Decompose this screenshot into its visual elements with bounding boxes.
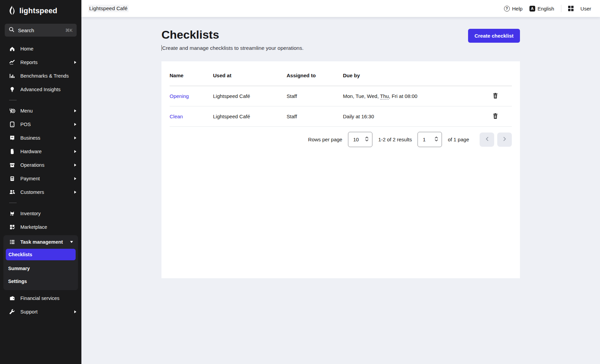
sidebar-subitem-summary[interactable]: Summary (3, 262, 78, 275)
search-input[interactable]: Search ⌘K (5, 24, 77, 37)
sidebar-item-benchmarks-trends[interactable]: Benchmarks & Trends (0, 69, 81, 83)
hardware-icon (9, 148, 15, 155)
previous-page-button[interactable] (480, 133, 494, 147)
column-header-due-by: Due by (343, 73, 492, 78)
task-management-icon (9, 239, 15, 245)
chevron-right-icon (74, 177, 77, 180)
main-content: Checklists Create and manage checklists … (81, 17, 600, 364)
language-button[interactable]: A English (529, 6, 554, 12)
rows-per-page-label: Rows per page (308, 137, 342, 142)
sidebar-item-label: Operations (20, 162, 69, 168)
sidebar-divider (9, 100, 17, 100)
menu-icon (9, 108, 15, 114)
due-by-cell: Mon, Tue, Wed, Thu, Fri at 08:00 (343, 93, 492, 99)
sidebar-item-customers[interactable]: Customers (0, 185, 81, 199)
sidebar-item-reports[interactable]: Reports (0, 56, 81, 69)
trash-icon (493, 93, 498, 100)
sidebar-item-support[interactable]: Support (0, 305, 81, 319)
operations-icon (9, 162, 15, 168)
sidebar-nav: Home Reports Benchmarks & Trends Advance… (0, 42, 81, 364)
chevron-right-icon (74, 163, 77, 167)
sidebar-item-label: Support (20, 309, 69, 315)
logo-wordmark: lightspeed (19, 6, 57, 15)
chevron-right-icon (74, 109, 77, 113)
due-by-cell: Daily at 16:30 (343, 114, 492, 119)
checklist-link-opening[interactable]: Opening (170, 93, 189, 99)
inventory-icon (9, 210, 15, 217)
checklists-table: Name Used at Assigned to Due by Opening … (170, 61, 512, 152)
app-switcher-icon[interactable] (568, 6, 574, 12)
table-header-row: Name Used at Assigned to Due by (170, 61, 512, 86)
used-at-cell: Lightspeed Café (213, 114, 287, 119)
page-title: Checklists (161, 28, 304, 41)
sidebar-item-label: POS (20, 122, 69, 127)
help-label: Help (512, 6, 523, 12)
sidebar-item-label: Reports (20, 60, 69, 65)
sidebar-subitem-checklists[interactable]: Checklists (6, 249, 76, 260)
table-row: Clean Lightspeed Café Staff Daily at 16:… (170, 106, 512, 127)
sidebar-subitem-settings[interactable]: Settings (3, 275, 78, 287)
search-shortcut: ⌘K (65, 28, 73, 33)
sidebar-item-label: Financial services (20, 296, 77, 301)
next-page-button[interactable] (497, 133, 512, 147)
sidebar-item-operations[interactable]: Operations (0, 158, 81, 172)
benchmarks-icon (9, 73, 15, 79)
sidebar-item-menu[interactable]: Menu (0, 104, 81, 118)
pagination: Rows per page 10 1-2 of 2 results 1 of 1… (170, 127, 512, 152)
delete-checklist-button[interactable] (492, 92, 499, 100)
sidebar-item-label: Payment (20, 176, 69, 181)
sidebar-item-business[interactable]: Business (0, 131, 81, 145)
sidebar-item-pos[interactable]: POS (0, 118, 81, 131)
sidebar-item-payment[interactable]: Payment (0, 172, 81, 185)
marketplace-icon (9, 224, 15, 230)
sidebar-item-financial-services[interactable]: Financial services (0, 291, 81, 305)
chevron-right-icon (74, 123, 77, 126)
topbar-divider (561, 5, 561, 12)
sidebar-item-label: Marketplace (20, 224, 77, 230)
language-icon: A (529, 6, 535, 12)
sidebar-item-advanced-insights[interactable]: Advanced Insights (0, 83, 81, 96)
page-subtitle: Create and manage checklists to streamli… (161, 45, 304, 51)
help-button[interactable]: ? Help (504, 6, 523, 12)
pos-icon (9, 121, 15, 127)
lightspeed-flame-icon (8, 5, 16, 16)
topbar: Lightspeed Café ? Help A English User (81, 0, 600, 17)
wrench-icon (9, 309, 15, 315)
trash-icon (493, 113, 498, 120)
sidebar-item-task-management[interactable]: Task management (3, 235, 78, 249)
rows-per-page-select[interactable]: 10 (348, 132, 372, 147)
home-icon (9, 46, 15, 52)
customers-icon (9, 189, 15, 195)
create-checklist-button[interactable]: Create checklist (468, 29, 520, 43)
sidebar-item-label: Menu (20, 108, 69, 114)
chevron-right-icon (74, 190, 77, 194)
sidebar-item-inventory[interactable]: Inventory (0, 207, 81, 220)
sidebar-item-label: Task management (20, 239, 65, 245)
used-at-cell: Lightspeed Café (213, 93, 287, 99)
chevron-right-icon (74, 310, 77, 314)
page-number-select[interactable]: 1 (418, 132, 442, 147)
sidebar-item-label: Home (20, 46, 77, 52)
checklist-link-clean[interactable]: Clean (170, 114, 183, 119)
search-icon (9, 27, 14, 34)
column-header-assigned-to: Assigned to (287, 73, 343, 78)
stepper-icon (365, 136, 369, 143)
wallet-icon (9, 295, 15, 301)
assigned-to-cell: Staff (287, 114, 343, 119)
user-menu[interactable]: User (580, 6, 591, 12)
checklists-card: Name Used at Assigned to Due by Opening … (161, 61, 520, 278)
sidebar-item-home[interactable]: Home (0, 42, 81, 56)
table-row: Opening Lightspeed Café Staff Mon, Tue, … (170, 86, 512, 106)
sidebar-item-hardware[interactable]: Hardware (0, 145, 81, 158)
sidebar-item-label: Inventory (20, 211, 77, 216)
sidebar-item-label: Business (20, 135, 69, 141)
delete-checklist-button[interactable] (492, 113, 499, 121)
sidebar-item-marketplace[interactable]: Marketplace (0, 220, 81, 234)
sidebar-item-label: Customers (20, 189, 69, 195)
chevron-right-icon (74, 61, 77, 64)
reports-icon (9, 59, 15, 65)
chevron-right-icon (503, 137, 506, 142)
results-count: 1-2 of 2 results (378, 137, 412, 142)
insights-icon (9, 86, 15, 93)
lightspeed-logo[interactable]: lightspeed (0, 0, 81, 21)
